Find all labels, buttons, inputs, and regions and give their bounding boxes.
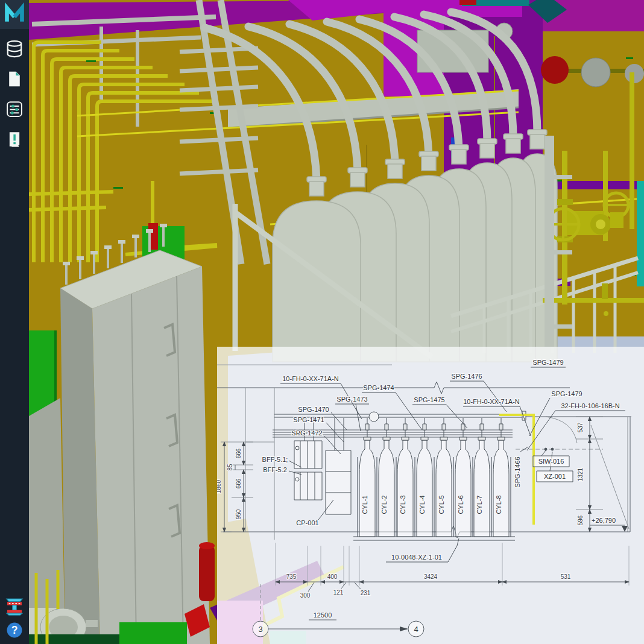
technical-drawing: SPG-1479 10-FH-0-XX-71A-N SPG-1474 SPG-1… <box>217 347 644 644</box>
red-sphere <box>541 56 569 84</box>
sidebar-item-help[interactable]: ? <box>4 620 25 640</box>
dim-950: 950 <box>235 509 242 519</box>
sidebar-item-issues[interactable] <box>4 129 25 150</box>
dim-531: 531 <box>561 573 571 580</box>
dim-400: 400 <box>327 573 338 580</box>
label-spg1466: SPG-1466 <box>514 456 521 487</box>
dim-3424: 3424 <box>424 573 438 580</box>
label-fh-left: 10-FH-0-XX-71A-N <box>282 375 339 382</box>
teal-strip <box>637 181 644 286</box>
label-item-tag: 10-0048-XZ-1-01 <box>391 554 442 561</box>
dim-666a: 666 <box>235 448 242 458</box>
gray-sphere <box>581 58 610 87</box>
dim-735: 735 <box>286 573 297 580</box>
label-spg1471: SPG-1471 <box>293 416 324 423</box>
dim-1321: 1321 <box>577 467 584 481</box>
document-icon <box>6 71 23 87</box>
label-spg1475: SPG-1475 <box>414 396 444 403</box>
dim-596: 596 <box>577 515 584 525</box>
dark-green-bottom <box>29 634 119 644</box>
cyl-tag: CYL-7 <box>476 495 483 514</box>
dim-231: 231 <box>361 590 371 596</box>
green-bottom <box>119 622 187 644</box>
help-icon: ? <box>5 621 24 639</box>
dim-537: 537 <box>577 422 584 432</box>
label-spg1472: SPG-1472 <box>291 429 322 437</box>
label-spg1476: SPG-1476 <box>451 373 482 380</box>
label-spg1479-right: SPG-1479 <box>551 390 582 397</box>
logo-m-icon <box>2 2 27 27</box>
drawing-cylinders <box>353 418 515 540</box>
drawing-overlay[interactable]: SPG-1479 10-FH-0-XX-71A-N SPG-1474 SPG-1… <box>217 347 644 644</box>
cyl-tag: CYL-6 <box>457 495 464 514</box>
label-siw016: SIW-016 <box>538 458 564 465</box>
grid-bubble-3: 3 <box>258 625 262 634</box>
label-xz001: XZ-001 <box>544 473 566 480</box>
cyl-tag: CYL-3 <box>399 495 406 514</box>
grid-bubble-4: 4 <box>414 625 418 634</box>
dim-12500: 12500 <box>314 611 332 619</box>
label-cp001: CP-001 <box>296 519 318 526</box>
label-elevation: +26,790 <box>592 517 616 524</box>
sidebar-item-settings[interactable] <box>4 99 25 119</box>
red-block <box>459 0 476 5</box>
help-glyph: ? <box>11 624 18 636</box>
label-spg1474: SPG-1474 <box>363 384 394 391</box>
label-spg1470: SPG-1470 <box>298 406 329 413</box>
sidebar-item-documents[interactable] <box>4 69 25 89</box>
steel-beam-icon <box>5 596 24 616</box>
cyl-tag: CYL-1 <box>361 495 368 514</box>
sidebar-item-database[interactable] <box>4 39 25 59</box>
settings-sliders-icon <box>5 100 24 118</box>
label-bff-1: BFF-5.1; <box>262 456 288 463</box>
alert-document-icon <box>6 131 23 148</box>
application-window: ? <box>0 0 644 644</box>
dim-121: 121 <box>333 589 344 596</box>
label-spg1479-top: SPG-1479 <box>532 359 563 366</box>
app-logo[interactable] <box>0 0 29 29</box>
cyl-tag: CYL-5 <box>438 495 445 514</box>
purple-band-1 <box>543 181 644 189</box>
cyl-tag: CYL-4 <box>418 495 426 514</box>
database-icon <box>5 40 24 58</box>
label-fh-right: 10-FH-0-XX-71A-N <box>463 398 520 405</box>
red-cylinder-top <box>199 542 215 549</box>
sidebar-item-steel[interactable] <box>4 596 25 616</box>
dim-1860: 1860 <box>217 479 222 493</box>
sidebar: ? <box>0 0 29 644</box>
dim-85: 85 <box>227 464 233 471</box>
label-fh32: 32-FH-0-106-16B-N <box>561 402 619 409</box>
cyl-tag: CYL-8 <box>495 495 502 514</box>
label-spg1473: SPG-1473 <box>336 396 367 403</box>
dim-300: 300 <box>300 592 311 599</box>
cyl-tag: CYL-2 <box>380 495 388 514</box>
red-cylinder <box>199 546 215 601</box>
label-bff-2: BFF-5.2 <box>263 466 287 473</box>
dim-666b: 666 <box>235 478 242 488</box>
